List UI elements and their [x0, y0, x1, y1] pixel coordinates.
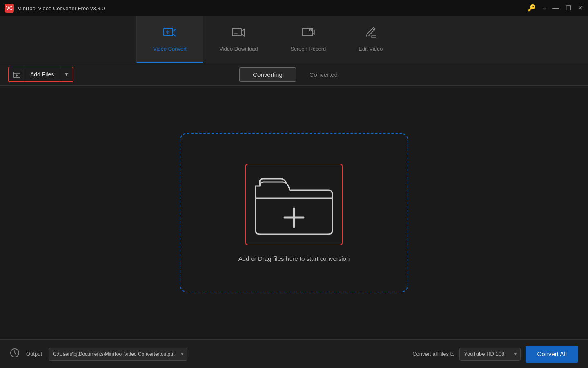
video-convert-icon: [163, 27, 177, 42]
convert-tabs: Converting Converted: [239, 67, 351, 82]
output-path-wrapper: C:\Users\bj\Documents\MiniTool Video Con…: [49, 348, 187, 361]
tab-video-convert[interactable]: Video Convert: [137, 16, 203, 63]
convert-all-button[interactable]: Convert All: [526, 346, 578, 363]
svg-point-4: [310, 29, 311, 30]
footer: Output C:\Users\bj\Documents\MiniTool Vi…: [0, 339, 588, 368]
close-button[interactable]: ✕: [578, 5, 583, 11]
add-files-icon-button[interactable]: [9, 67, 24, 81]
drop-zone-instruction: Add or Drag files here to start conversi…: [238, 255, 350, 262]
svg-rect-5: [371, 36, 376, 37]
footer-right: Convert all files to YouTube HD 108 ▼ Co…: [412, 346, 578, 363]
nav-tabs: Video Convert Video Download Screen Reco…: [0, 16, 588, 63]
menu-icon[interactable]: ≡: [542, 5, 546, 11]
add-files-button-area[interactable]: Add Files ▼: [8, 67, 74, 82]
titlebar: VC MiniTool Video Converter Free v3.8.0 …: [0, 0, 588, 16]
app-logo: VC: [5, 4, 14, 13]
tab-screen-record-label: Screen Record: [291, 46, 326, 52]
key-icon[interactable]: 🔑: [528, 5, 536, 11]
app-title: MiniTool Video Converter Free v3.8.0: [17, 5, 105, 11]
format-select[interactable]: YouTube HD 108: [459, 348, 521, 361]
maximize-button[interactable]: ☐: [566, 5, 571, 11]
output-label: Output: [26, 351, 42, 357]
output-clock-icon: [10, 348, 20, 360]
main-content: Add or Drag files here to start conversi…: [0, 86, 588, 339]
tab-video-download[interactable]: Video Download: [203, 16, 274, 63]
video-download-icon: [232, 27, 245, 42]
folder-add-icon: [253, 170, 335, 239]
tab-video-download-label: Video Download: [219, 46, 258, 52]
nav-left-placeholder: [0, 16, 137, 63]
tab-screen-record[interactable]: Screen Record: [274, 16, 343, 63]
converted-tab[interactable]: Converted: [296, 67, 351, 82]
add-files-label-button[interactable]: Add Files: [24, 67, 60, 81]
screen-record-icon: [301, 27, 315, 42]
toolbar: Add Files ▼ Converting Converted: [0, 63, 588, 86]
minimize-button[interactable]: —: [552, 5, 559, 11]
tab-edit-video[interactable]: Edit Video: [342, 16, 399, 63]
app-logo-area: VC MiniTool Video Converter Free v3.8.0: [5, 4, 105, 13]
add-files-dropdown-button[interactable]: ▼: [60, 67, 73, 81]
edit-video-icon: [364, 27, 378, 42]
convert-all-files-label: Convert all files to: [412, 351, 454, 357]
folder-icon-box: [245, 164, 343, 245]
format-select-wrapper: YouTube HD 108 ▼: [459, 348, 521, 361]
converting-tab[interactable]: Converting: [239, 67, 296, 82]
drop-zone[interactable]: Add or Drag files here to start conversi…: [180, 133, 408, 292]
svg-rect-0: [164, 28, 173, 36]
titlebar-controls: 🔑 ≡ — ☐ ✕: [528, 5, 583, 11]
svg-rect-1: [232, 28, 241, 36]
output-path-select[interactable]: C:\Users\bj\Documents\MiniTool Video Con…: [49, 348, 187, 361]
tab-video-convert-label: Video Convert: [153, 46, 187, 52]
tab-edit-video-label: Edit Video: [359, 46, 383, 52]
